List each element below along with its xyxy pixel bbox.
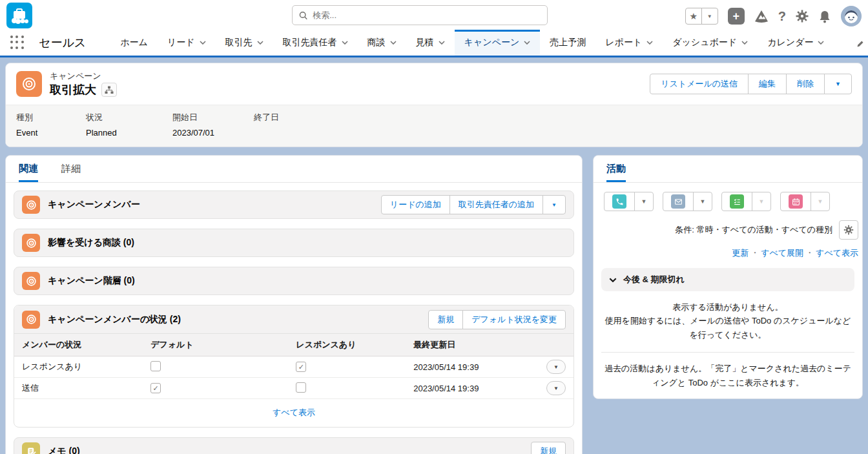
notifications-button[interactable] bbox=[818, 10, 831, 23]
phone-icon bbox=[612, 194, 626, 209]
tab-details[interactable]: 詳細 bbox=[61, 156, 81, 182]
hierarchy-icon bbox=[105, 86, 114, 94]
email-dropdown-button[interactable]: ▼ bbox=[693, 192, 712, 211]
field-status: 状況Planned bbox=[86, 112, 172, 138]
guidance-center-button[interactable] bbox=[754, 10, 769, 23]
user-avatar[interactable] bbox=[841, 6, 862, 26]
global-header: ★ ▼ + ? bbox=[0, 0, 868, 30]
section-title: 今後 & 期限切れ bbox=[623, 274, 685, 285]
email-group: ▼ bbox=[663, 192, 712, 211]
related-list-member-statuses: キャンペーンメンバーの状況 (2) 新規 デフォルト状況を変更 メンバーの状況 … bbox=[14, 305, 574, 428]
help-button[interactable]: ? bbox=[778, 9, 786, 24]
responded-checkbox[interactable] bbox=[296, 362, 306, 372]
new-task-button[interactable] bbox=[721, 192, 752, 211]
app-launcher-button[interactable] bbox=[10, 36, 25, 50]
log-a-call-dropdown-button[interactable]: ▼ bbox=[634, 192, 654, 211]
activity-settings-button[interactable] bbox=[839, 220, 858, 240]
setup-gear-button[interactable] bbox=[796, 10, 809, 23]
page-content: キャンペーン 取引拡大 リストメールの送信 編集 削 bbox=[0, 57, 868, 454]
upcoming-overdue-section-header[interactable]: 今後 & 期限切れ bbox=[601, 268, 854, 291]
email-button[interactable] bbox=[663, 192, 694, 211]
tab-forecasts[interactable]: 売上予測 bbox=[540, 30, 595, 56]
add-leads-button[interactable]: リードの追加 bbox=[381, 195, 450, 214]
tab-reports[interactable]: レポート bbox=[595, 30, 663, 56]
new-task-dropdown-button[interactable]: ▼ bbox=[752, 192, 771, 211]
chevron-down-icon bbox=[439, 41, 445, 45]
chevron-down-icon bbox=[200, 41, 206, 45]
add-contacts-button[interactable]: 取引先責任者の追加 bbox=[450, 195, 543, 214]
tab-calendar[interactable]: カレンダー bbox=[758, 30, 834, 56]
expand-all-link[interactable]: すべて展開 bbox=[761, 248, 803, 258]
entity-label: キャンペーン bbox=[50, 70, 117, 82]
tab-leads[interactable]: リード bbox=[158, 30, 216, 56]
tab-accounts[interactable]: 取引先 bbox=[216, 30, 273, 56]
delete-button[interactable]: 削除 bbox=[786, 74, 825, 94]
related-list-influenced-opportunities[interactable]: 影響を受ける商談 (0) bbox=[14, 229, 574, 257]
chevron-down-icon bbox=[257, 41, 264, 45]
tab-activity[interactable]: 活動 bbox=[606, 156, 626, 182]
favorites-star-button[interactable]: ★ bbox=[685, 8, 702, 25]
new-event-group: ▼ bbox=[780, 192, 830, 211]
search-input[interactable] bbox=[313, 10, 541, 20]
view-all-activities-link[interactable]: すべて表示 bbox=[816, 248, 858, 258]
cell-last-modified: 2023/05/14 19:39 bbox=[406, 356, 539, 378]
default-checkbox[interactable] bbox=[150, 383, 161, 393]
favorites-group: ★ ▼ bbox=[685, 8, 718, 25]
default-checkbox[interactable] bbox=[150, 361, 161, 371]
responded-checkbox[interactable] bbox=[296, 382, 306, 393]
tab-contacts[interactable]: 取引先責任者 bbox=[273, 30, 358, 56]
tab-campaigns[interactable]: キャンペーン bbox=[455, 30, 541, 56]
view-hierarchy-button[interactable] bbox=[101, 83, 117, 97]
tab-dashboards[interactable]: ダッシュボード bbox=[663, 30, 758, 56]
field-type: 種別Event bbox=[16, 112, 86, 138]
new-status-button[interactable]: 新規 bbox=[428, 310, 463, 329]
activity-tabs: 活動 bbox=[594, 156, 862, 183]
chevron-down-icon bbox=[609, 278, 617, 282]
global-actions-button[interactable]: + bbox=[728, 8, 745, 25]
edit-button[interactable]: 編集 bbox=[748, 74, 787, 94]
send-list-email-button[interactable]: リストメールの送信 bbox=[650, 74, 749, 94]
row-actions-dropdown-button[interactable]: ▼ bbox=[546, 381, 566, 395]
dropdown-triangle-icon: ▼ bbox=[835, 81, 841, 87]
row-actions-dropdown-button[interactable]: ▼ bbox=[546, 360, 566, 374]
search-icon bbox=[299, 11, 307, 20]
view-all-link[interactable]: すべて表示 bbox=[273, 408, 315, 417]
app-name: セールス bbox=[39, 35, 86, 50]
log-a-call-group: ▼ bbox=[604, 192, 654, 211]
tab-related[interactable]: 関連 bbox=[19, 156, 38, 182]
tab-home[interactable]: ホーム bbox=[110, 30, 158, 56]
record-tabs: 関連 詳細 bbox=[6, 156, 582, 183]
cell-status: レスポンスあり bbox=[14, 356, 143, 378]
refresh-link[interactable]: 更新 bbox=[732, 248, 749, 258]
chevron-down-icon bbox=[741, 41, 748, 45]
new-event-dropdown-button[interactable]: ▼ bbox=[811, 192, 830, 211]
global-search[interactable] bbox=[292, 5, 548, 25]
tab-opportunities[interactable]: 商談 bbox=[358, 30, 406, 56]
tab-quotes[interactable]: 見積 bbox=[406, 30, 455, 56]
email-icon bbox=[671, 194, 685, 209]
member-statuses-actions: 新規 デフォルト状況を変更 bbox=[428, 310, 566, 329]
change-default-status-button[interactable]: デフォルト状況を変更 bbox=[462, 310, 566, 329]
campaign-members-actions: リードの追加 取引先責任者の追加 ▼ bbox=[381, 195, 566, 214]
related-list-campaign-hierarchy[interactable]: キャンペーン階層 (0) bbox=[14, 267, 574, 295]
new-note-button[interactable]: 新規 bbox=[531, 442, 566, 454]
chevron-down-icon bbox=[646, 41, 653, 45]
col-default: デフォルト bbox=[143, 334, 288, 356]
related-list-notes[interactable]: メモ (0) 新規 bbox=[14, 437, 574, 454]
related-panel: 関連 詳細 キャンペーンメンバー リードの追加 取引先責任者の追加 ▼ bbox=[5, 155, 583, 454]
campaign-influence-icon bbox=[22, 234, 40, 252]
member-statuses-table: メンバーの状況 デフォルト レスポンスあり 最終更新日 レスポンスあり bbox=[14, 334, 574, 399]
campaign-members-dropdown-button[interactable]: ▼ bbox=[542, 195, 566, 214]
more-actions-dropdown-button[interactable]: ▼ bbox=[824, 74, 852, 94]
activity-filter-text: 条件: 常時・すべての活動・すべての種別 bbox=[675, 224, 832, 236]
related-list-campaign-members[interactable]: キャンペーンメンバー リードの追加 取引先責任者の追加 ▼ bbox=[14, 191, 574, 219]
new-event-button[interactable] bbox=[780, 192, 811, 211]
member-statuses-header[interactable]: キャンペーンメンバーの状況 (2) 新規 デフォルト状況を変更 bbox=[14, 305, 574, 334]
edit-navigation-pencil-icon[interactable] bbox=[856, 39, 864, 50]
new-task-group: ▼ bbox=[721, 192, 771, 211]
cell-status: 送信 bbox=[14, 378, 143, 399]
log-a-call-button[interactable] bbox=[604, 192, 635, 211]
table-row: 送信 2023/05/14 19:39 ▼ bbox=[14, 378, 574, 399]
highlights-fields: 種別Event 状況Planned 開始日2023/07/01 終了日 bbox=[6, 105, 862, 147]
favorites-dropdown-button[interactable]: ▼ bbox=[701, 8, 718, 25]
